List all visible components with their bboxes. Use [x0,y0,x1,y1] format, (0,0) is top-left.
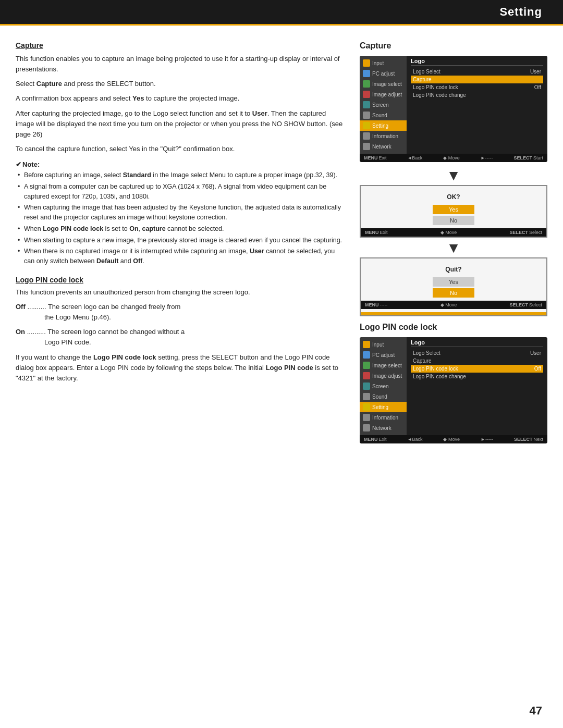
sidebar-item: PC adjust [360,68,407,79]
left-column: Capture This function enables you to cap… [16,41,344,450]
list-item: When Logo PIN code lock is set to On, ca… [18,224,344,234]
right-column: Capture Input PC adjust Image select [360,41,547,450]
arrow-down-2: ▼ [360,241,547,255]
sidebar-item: Screen [360,381,407,391]
projector-ui-1: Input PC adjust Image select Image adjus… [360,56,547,162]
logo-pin-p2-bold: Logo PIN code lock [93,353,156,361]
proj-main-panel-1: Logo Logo SelectUser Capture Logo PIN co… [407,56,547,154]
proj-menu-item: Logo PIN code lockOff [411,83,543,91]
proj-menu-item-logo-pin: Logo PIN code lockOff [411,365,543,373]
arrow-icon: ◄ [399,123,403,128]
off-desc-line2: the Logo Menu (p.46). [16,312,344,323]
screen-icon [363,101,370,108]
list-item: When capturing the image that has been a… [18,203,344,223]
projector-ui-2: Input PC adjust Image select Image adjus… [360,337,547,443]
setting-icon-2 [363,403,370,411]
dialog-ok-no[interactable]: No [433,216,474,225]
capture-p2-bold: Capture [36,80,62,88]
capture-p4-bold: User [252,109,267,117]
dialog-ok: OK? Yes No MENU Exit ◆ Move SELECT Selec… [360,185,547,238]
proj-panel-title: Logo [411,58,543,66]
sidebar-item: Sound [360,391,407,402]
proj-footer-2: MENU Exit ◄Back ◆ Move ►----- SELECT Nex… [360,435,547,443]
proj-menu-item: Logo PIN code change [411,91,543,99]
sidebar-item: Image adjust [360,89,407,100]
orange-bar [361,312,546,315]
sidebar-item-setting: Setting ◄ [360,120,407,131]
off-desc: The screen logo can be changed freely fr… [48,303,180,311]
setting-icon [363,122,370,129]
list-item: A signal from a computer can be captured… [18,182,344,202]
sidebar-item: Information [360,412,407,423]
page-header: Setting [0,0,563,26]
sound-icon [363,112,370,119]
sidebar-item: Information [360,131,407,141]
off-on-block: Off .......... The screen logo can be ch… [16,302,344,348]
page-number: 47 [530,704,542,718]
information-icon-2 [363,414,370,421]
dialog-ok-yes[interactable]: Yes [433,205,474,214]
logo-pin-section-title: Logo PIN code lock [360,323,547,332]
sidebar-item: Input [360,58,407,68]
note-title: Note: [16,161,344,168]
cancel-p: To cancel the capture function, select Y… [16,144,344,154]
off-label: Off [16,303,26,311]
sidebar-item: Image select [360,360,407,371]
proj-menu-item: Capture [411,357,543,365]
pc-adjust-icon [363,70,370,77]
proj-menu-item-capture: Capture [411,76,543,83]
information-icon [363,132,370,140]
sidebar-item: Network [360,423,407,433]
capture-heading: Capture [16,41,344,50]
on-label: On [16,328,25,336]
sidebar-item: Sound [360,110,407,120]
list-item: Before capturing an image, select Standa… [18,170,344,180]
image-select-icon-2 [363,362,370,369]
proj-menu-item: Logo SelectUser [411,68,543,76]
capture-p1: This function enables you to capture an … [16,54,344,75]
dialog-ok-footer: MENU Exit ◆ Move SELECT Select [361,228,546,237]
on-desc: The screen logo cannot be changed withou… [47,328,185,336]
page-title: Setting [499,5,542,18]
proj-sidebar-2: Input PC adjust Image select Image adjus… [360,337,407,435]
capture-p4: After capturing the projected image, go … [16,108,344,140]
proj-sidebar-1: Input PC adjust Image select Image adjus… [360,56,407,154]
dialog-quit-title: Quit? [371,266,536,273]
image-select-icon [363,80,370,88]
network-icon-2 [363,424,370,431]
note-list: Before capturing an image, select Standa… [16,170,344,266]
sound-icon-2 [363,393,370,400]
list-item: When there is no captured image or it is… [18,246,344,266]
dialog-quit-yes[interactable]: Yes [433,277,474,287]
logo-pin-p2-bold2: Logo PIN code [266,364,313,372]
capture-section-title: Capture [360,41,547,51]
sidebar-item: Image select [360,79,407,89]
arrow-icon-2: ◄ [399,404,403,410]
note-block: Note: Before capturing an image, select … [16,161,344,266]
logo-pin-p2: If you want to change the Logo PIN code … [16,352,344,384]
pc-adjust-icon-2 [363,351,370,359]
dialog-quit: Quit? Yes No MENU ----- ◆ Move SELECT Se… [360,257,547,316]
sidebar-item: Screen [360,100,407,110]
sidebar-item: Input [360,339,407,350]
logo-pin-p1: This function prevents an unauthorized p… [16,287,344,298]
arrow-down-1: ▼ [360,168,547,183]
sidebar-item: Network [360,141,407,152]
proj-menu-item: Logo PIN code change [411,373,543,380]
dialog-ok-title: OK? [371,193,536,201]
capture-p3: A confirmation box appears and select Ye… [16,93,344,104]
proj-menu-item: Logo SelectUser [411,349,543,357]
dialog-quit-no[interactable]: No [433,288,474,298]
sidebar-item: PC adjust [360,350,407,360]
input-icon [363,59,370,67]
list-item: When starting to capture a new image, th… [18,236,344,245]
dialog-quit-footer: MENU ----- ◆ Move SELECT Select [361,301,546,309]
input-icon-2 [363,341,370,348]
on-desc-line2: Logo PIN code. [16,337,344,348]
screen-icon-2 [363,382,370,390]
logo-pin-heading: Logo PIN code lock [16,276,344,284]
proj-footer-1: MENU Exit ◄Back ◆ Move ►----- SELECT Sta… [360,154,547,162]
network-icon [363,143,370,150]
capture-p3-bold: Yes [132,94,144,102]
sidebar-item-setting-2: Setting ◄ [360,402,407,412]
